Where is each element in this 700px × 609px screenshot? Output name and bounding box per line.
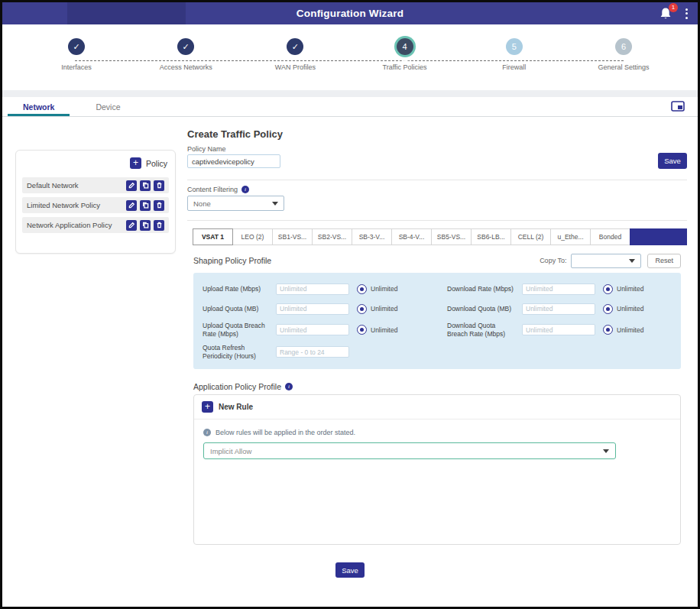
save-all-button[interactable]: Save xyxy=(335,562,365,578)
tab-network[interactable]: Network xyxy=(2,97,75,116)
wan-tab-sb2[interactable]: SB2-VS... xyxy=(312,228,352,245)
step-label: WAN Profiles xyxy=(275,63,316,71)
step-access-networks[interactable]: ✓ Access Networks xyxy=(143,38,228,90)
chevron-down-icon xyxy=(272,202,278,206)
shaping-header: Shaping Policy Profile Copy To: Reset xyxy=(193,252,681,269)
step-number: 4 xyxy=(397,38,413,55)
plus-icon: + xyxy=(202,401,213,413)
shaping-row: Quota Refresh Periodicity (Hours) xyxy=(203,341,672,363)
wan-tab-sb3[interactable]: SB-3-V... xyxy=(352,228,392,245)
quota-refresh-input[interactable] xyxy=(276,346,349,358)
upload-breach-rate-input[interactable] xyxy=(276,324,349,335)
download-rate-input[interactable] xyxy=(522,283,595,295)
step-number: 6 xyxy=(615,38,632,55)
shaping-row: Upload Rate (Mbps) Unlimited Download Ra… xyxy=(203,279,672,299)
wan-tab-sb5[interactable]: SB5-VS... xyxy=(431,228,472,245)
step-label: Interfaces xyxy=(61,63,92,71)
wan-tab-overflow[interactable] xyxy=(630,228,687,245)
info-icon: i xyxy=(285,383,293,390)
header-redacted-area xyxy=(67,2,186,24)
wan-tab-strip: VSAT 1 LEO (2) SB1-VS... SB2-VS... SB-3-… xyxy=(193,228,687,245)
content-filtering-value: None xyxy=(193,199,211,208)
field-label: Download Quota (MB) xyxy=(447,305,514,313)
notification-bell-icon[interactable]: 1 xyxy=(659,7,672,21)
save-policy-button[interactable]: Save xyxy=(658,153,687,169)
info-icon: i xyxy=(203,429,211,436)
step-firewall[interactable]: 5 Firewall xyxy=(472,38,557,90)
open-panel-icon[interactable] xyxy=(671,101,685,112)
download-quota-input[interactable] xyxy=(522,303,595,315)
wan-tab-sb1[interactable]: SB1-VS... xyxy=(272,228,313,245)
step-label: Access Networks xyxy=(160,63,212,71)
list-item[interactable]: Network Application Policy xyxy=(22,217,169,233)
divider xyxy=(187,220,687,221)
step-label: Firewall xyxy=(502,63,526,71)
copy-icon[interactable] xyxy=(140,200,151,211)
download-rate-unlimited-radio[interactable]: Unlimited xyxy=(603,284,672,294)
field-label: Quota Refresh Periodicity (Hours) xyxy=(203,344,268,360)
policy-name-input[interactable] xyxy=(187,154,280,168)
page-title: Configuration Wizard xyxy=(297,8,403,19)
wan-tab-sb6[interactable]: SB6-LB... xyxy=(471,228,511,245)
step-number: 5 xyxy=(506,38,523,55)
panel-title: Create Traffic Policy xyxy=(187,128,283,140)
step-label: Traffic Policies xyxy=(383,63,427,71)
policy-name-label: Policy Name xyxy=(187,145,226,153)
policy-list-card: + Policy Default Network Limited Network… xyxy=(15,150,176,254)
upload-quota-input[interactable] xyxy=(276,303,349,315)
step-interfaces[interactable]: ✓ Interfaces xyxy=(34,38,119,90)
field-label: Upload Quota (MB) xyxy=(203,305,268,313)
add-policy-button[interactable]: + Policy xyxy=(16,151,175,173)
divider xyxy=(187,180,687,180)
step-traffic-policies[interactable]: 4 Traffic Policies xyxy=(362,38,448,90)
add-policy-label: Policy xyxy=(146,159,167,168)
app-window: Configuration Wizard 1 ✓ Interfaces ✓ Ac… xyxy=(0,0,700,609)
create-policy-panel: Create Traffic Policy Policy Name Save C… xyxy=(187,118,687,607)
download-breach-unlimited-radio[interactable]: Unlimited xyxy=(603,325,672,335)
wan-tab-sb4[interactable]: SB-4-V... xyxy=(391,228,432,245)
policy-name: Default Network xyxy=(27,181,123,190)
new-rule-button[interactable]: + New Rule xyxy=(194,395,680,419)
download-breach-rate-input[interactable] xyxy=(522,324,595,335)
upload-quota-unlimited-radio[interactable]: Unlimited xyxy=(357,304,426,314)
top-bar: Configuration Wizard 1 xyxy=(2,2,698,24)
wan-tab-bonded[interactable]: Bonded xyxy=(590,228,630,245)
upload-rate-unlimited-radio[interactable]: Unlimited xyxy=(357,284,426,294)
wan-tab-ethernet[interactable]: u_Ethe... xyxy=(550,228,591,245)
delete-icon[interactable] xyxy=(154,200,164,211)
wan-tab-cell[interactable]: CELL (2) xyxy=(510,228,551,245)
wizard-stepper: ✓ Interfaces ✓ Access Networks ✓ WAN Pro… xyxy=(2,24,698,90)
edit-icon[interactable] xyxy=(126,220,137,231)
rule-select[interactable]: Implicit Allow xyxy=(203,442,616,459)
content-area: + Policy Default Network Limited Network… xyxy=(2,118,698,607)
wan-tab-leo[interactable]: LEO (2) xyxy=(232,228,273,245)
content-filtering-label: Content Filtering i xyxy=(187,186,249,193)
copy-to-label: Copy To: xyxy=(540,257,566,264)
chevron-down-icon xyxy=(629,259,635,263)
step-wan-profiles[interactable]: ✓ WAN Profiles xyxy=(252,38,338,90)
reset-button[interactable]: Reset xyxy=(647,254,681,268)
edit-icon[interactable] xyxy=(126,180,137,191)
policy-name: Network Application Policy xyxy=(27,221,123,229)
kebab-menu-icon[interactable] xyxy=(683,6,690,21)
info-icon: i xyxy=(241,186,249,193)
list-item[interactable]: Default Network xyxy=(22,177,169,193)
list-item[interactable]: Limited Network Policy xyxy=(22,197,169,213)
delete-icon[interactable] xyxy=(154,180,164,191)
scope-tabs: Network Device xyxy=(2,97,698,117)
download-quota-unlimited-radio[interactable]: Unlimited xyxy=(603,304,672,314)
step-general-settings[interactable]: 6 General Settings xyxy=(581,38,666,90)
copy-to-select[interactable] xyxy=(571,254,641,268)
content-filtering-select[interactable]: None xyxy=(187,196,284,211)
shaping-row: Upload Quota (MB) Unlimited Download Quo… xyxy=(203,299,672,319)
copy-icon[interactable] xyxy=(140,180,151,191)
field-label: Upload Rate (Mbps) xyxy=(203,285,268,293)
policy-name: Limited Network Policy xyxy=(27,201,123,209)
tab-device[interactable]: Device xyxy=(75,97,141,116)
delete-icon[interactable] xyxy=(154,220,164,231)
upload-breach-unlimited-radio[interactable]: Unlimited xyxy=(357,325,426,335)
edit-icon[interactable] xyxy=(126,200,137,211)
wan-tab-vsat1[interactable]: VSAT 1 xyxy=(193,228,233,245)
upload-rate-input[interactable] xyxy=(276,283,349,295)
copy-icon[interactable] xyxy=(140,220,151,231)
